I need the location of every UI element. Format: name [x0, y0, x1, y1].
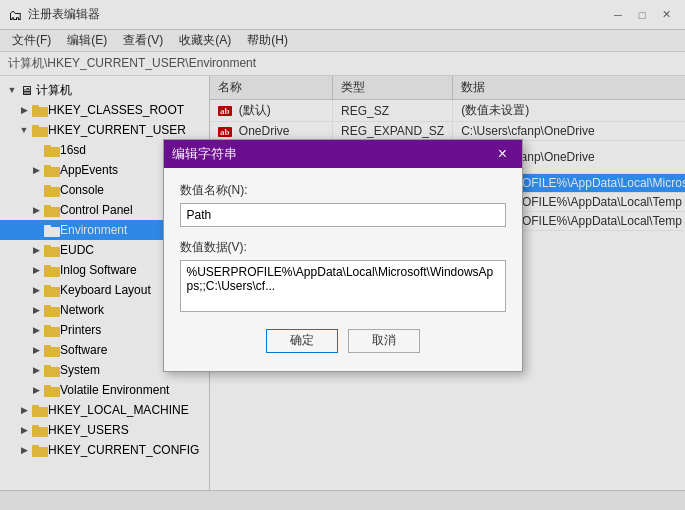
edit-string-dialog: 编辑字符串 × 数值名称(N): 数值数据(V): %USERPROFILE%\…: [163, 139, 523, 372]
dialog-overlay: 编辑字符串 × 数值名称(N): 数值数据(V): %USERPROFILE%\…: [0, 0, 685, 510]
dialog-name-label: 数值名称(N):: [180, 182, 506, 199]
dialog-ok-button[interactable]: 确定: [266, 329, 338, 353]
dialog-close-button[interactable]: ×: [492, 143, 514, 165]
dialog-data-textarea[interactable]: %USERPROFILE%\AppData\Local\Microsoft\Wi…: [180, 260, 506, 312]
dialog-name-input[interactable]: [180, 203, 506, 227]
dialog-buttons: 确定 取消: [180, 329, 506, 357]
dialog-data-label: 数值数据(V):: [180, 239, 506, 256]
dialog-body: 数值名称(N): 数值数据(V): %USERPROFILE%\AppData\…: [164, 168, 522, 371]
dialog-title: 编辑字符串: [172, 145, 237, 163]
dialog-cancel-button[interactable]: 取消: [348, 329, 420, 353]
dialog-title-bar: 编辑字符串 ×: [164, 140, 522, 168]
